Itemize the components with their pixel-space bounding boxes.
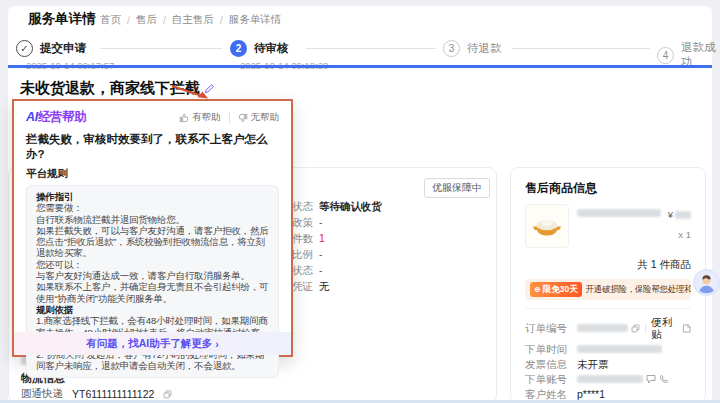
divider <box>229 113 230 123</box>
aftersales-product-card: 售后商品信息 ¥ x 1 共 <box>510 167 706 403</box>
guide-line: 如果联系不上客户，并确定自身无责且不会引起纠纷，可使用“协商关闭”功能关闭服务单… <box>36 281 269 304</box>
field-customer-name: 客户姓名 p****1 <box>525 388 691 400</box>
step-connector <box>100 48 222 49</box>
info-value: - <box>319 216 323 229</box>
guide-line: 您需要做： <box>36 202 269 213</box>
step-label: 提交申请 <box>40 41 86 56</box>
step-connector <box>306 48 436 49</box>
field-label: 发票信息 <box>525 358 577 370</box>
chevron-right-icon: › <box>215 338 219 350</box>
ai-logo-ai: AI <box>26 110 38 124</box>
breadcrumb: 首页 / 售后 / 自主售后 / 服务单详情 <box>100 13 281 27</box>
field-label: 下单时间 <box>525 343 577 355</box>
product-card-title: 售后商品信息 <box>525 180 691 197</box>
badge-text: 限免30天 <box>543 284 578 296</box>
chat-bubble-icon[interactable] <box>646 374 656 384</box>
badge-plus-icon: ⊕ <box>534 285 541 294</box>
platform-rules-label: 平台规则 <box>26 167 279 180</box>
price-redacted <box>675 211 691 219</box>
free-trial-badge: ⊕ 限免30天 <box>530 282 582 297</box>
field-value: p****1 <box>577 388 605 400</box>
product-image <box>525 204 569 248</box>
breadcrumb-separator: / <box>127 14 130 26</box>
currency-symbol: ¥ <box>668 209 673 220</box>
breadcrumb-home[interactable]: 首页 <box>100 13 121 27</box>
breadcrumb-separator: / <box>163 14 166 26</box>
guide-line: 如果拦截失败，可以与客户友好沟通，请客户拒收，然后您点击“拒收后退款”，系统校验… <box>36 225 269 259</box>
field-label: 订单编号 <box>525 322 577 334</box>
sticky-note-icon[interactable] <box>682 324 691 333</box>
order-fields: 订单编号 便利贴 下单时间 发票信息 <box>525 308 691 403</box>
step-check-icon: ✓ <box>16 40 33 57</box>
info-value: 无 <box>319 280 330 293</box>
rules-title: 规则依据 <box>36 304 269 315</box>
ai-logo-text: 经营帮助 <box>38 110 87 124</box>
step-pending-refund: 3 待退款 <box>443 40 502 57</box>
step-pending-review: 2 待审核 2025-10-14 09:18:20 <box>230 40 289 57</box>
avatar-image <box>695 271 718 294</box>
service-guarantee-badge[interactable]: 优服保障中 <box>424 178 490 198</box>
info-value: - <box>319 264 323 277</box>
step-number: 4 <box>657 47 674 64</box>
field-order-time: 下单时间 <box>525 343 691 355</box>
section-divider-accent <box>8 65 712 68</box>
ask-ai-assistant-link[interactable]: 有问题，找AI助手了解更多 › <box>14 332 291 355</box>
guide-title: 操作指引 <box>36 191 269 202</box>
ai-help-popup: AI经营帮助 有帮助 无帮助 拦截失败，审核时效要到了，联系不上客户怎么办? 平… <box>12 99 293 357</box>
field-invoice: 发票信息 未开票 <box>525 358 691 370</box>
guide-line: 您还可以： <box>36 259 269 270</box>
tracking-number: YT6111111111122 <box>72 388 154 400</box>
breadcrumb-separator: / <box>220 14 223 26</box>
ai-help-logo: AI经营帮助 <box>26 109 87 126</box>
step-submit-application: ✓ 提交申请 2025-10-14 09:17:57 <box>16 40 86 57</box>
carrier-name: 圆通快递 <box>21 387 63 401</box>
not-helpful-button[interactable]: 无帮助 <box>238 111 280 124</box>
page-title: 服务单详情 <box>28 10 96 28</box>
ask-ai-label: 有问题，找AI助手了解更多 <box>86 337 212 351</box>
field-value: 未开票 <box>577 358 609 370</box>
field-account: 下单账号 <box>525 373 691 385</box>
helpful-label: 有帮助 <box>192 111 221 124</box>
callout-arrow <box>170 84 212 102</box>
feedback-actions: 有帮助 无帮助 <box>179 111 279 124</box>
ai-popup-header: AI经营帮助 有帮助 无帮助 <box>26 109 279 126</box>
thumb-up-icon <box>179 113 189 123</box>
helpful-button[interactable]: 有帮助 <box>179 111 221 124</box>
divider <box>645 324 646 333</box>
guide-line: 自行联系物流拦截并退回货物给您。 <box>36 214 269 225</box>
step-label: 待退款 <box>467 41 502 56</box>
account-redacted <box>577 375 643 383</box>
support-avatar[interactable] <box>693 269 720 296</box>
order-number-redacted <box>577 324 628 332</box>
field-label: 下单账号 <box>525 373 577 385</box>
field-label: 客户姓名 <box>525 388 577 400</box>
product-quantity: x 1 <box>661 229 691 240</box>
service-order-detail-screen: 服务单详情 首页 / 售后 / 自主售后 / 服务单详情 ✓ 提交申请 2025… <box>0 0 720 403</box>
field-order-number: 订单编号 便利贴 <box>525 316 691 340</box>
step-number: 2 <box>230 40 247 57</box>
phone-icon[interactable] <box>659 374 669 384</box>
banner-text: 开通破损险，保险帮您处理和赔付 <box>586 284 691 296</box>
breadcrumb-self-aftersales[interactable]: 自主售后 <box>172 13 214 27</box>
copy-icon[interactable] <box>163 390 172 399</box>
product-price-block: ¥ x 1 <box>661 204 691 248</box>
step-connector <box>512 48 650 49</box>
product-row[interactable]: ¥ x 1 <box>525 204 691 248</box>
order-time-redacted <box>577 345 662 353</box>
copy-icon[interactable] <box>631 324 640 333</box>
info-value: 1 <box>319 232 325 245</box>
breadcrumb-aftersales[interactable]: 售后 <box>136 13 157 27</box>
step-label: 待审核 <box>254 41 289 56</box>
total-items: 共 1 件商品 <box>525 258 691 272</box>
info-value: 等待确认收货 <box>319 200 382 213</box>
tracking-row: 圆通快递 YT6111111111122 <box>21 387 172 401</box>
insurance-banner[interactable]: ⊕ 限免30天 开通破损险，保险帮您处理和赔付 去签约 › <box>525 279 691 300</box>
guide-line: 与客户友好沟通达成一致，请客户自行取消服务单。 <box>36 270 269 281</box>
step-number: 3 <box>443 40 460 57</box>
sticky-note-link[interactable]: 便利贴 <box>651 316 679 340</box>
info-value: - <box>319 248 323 261</box>
ai-question: 拦截失败，审核时效要到了，联系不上客户怎么办? <box>26 132 279 162</box>
breadcrumb-current: 服务单详情 <box>229 13 282 27</box>
thumb-down-icon <box>238 113 248 123</box>
not-helpful-label: 无帮助 <box>251 111 280 124</box>
